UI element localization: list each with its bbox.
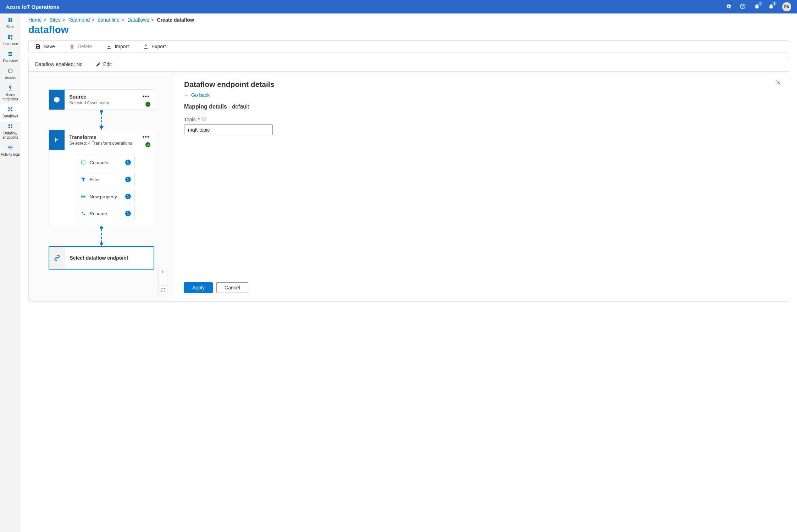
canvas: Source Selected Asset: oven ••• Transfor…	[29, 72, 174, 301]
zoom-out-button[interactable]: −	[159, 276, 167, 286]
gear-icon[interactable]	[725, 3, 732, 11]
source-node[interactable]: Source Selected Asset: oven •••	[49, 89, 154, 110]
sidebar-item-label: Asset endpoints	[1, 93, 20, 101]
delete-button: Delete	[69, 44, 92, 49]
node-title: Source	[70, 94, 149, 100]
mapping-details: Mapping details - default	[184, 104, 779, 110]
check-icon	[145, 142, 150, 147]
apply-button[interactable]: Apply	[184, 282, 213, 293]
cancel-button[interactable]: Cancel	[216, 282, 248, 293]
transform-new-property[interactable]: New property1	[77, 190, 135, 203]
transforms-node[interactable]: Transforms Selected: 4 Transform operati…	[49, 130, 154, 150]
sidebar-item-label: Sites	[6, 25, 14, 29]
detail-heading: Dataflow endpoint details	[184, 80, 779, 89]
detail-panel: Dataflow endpoint details ←Go back Mappi…	[174, 72, 789, 301]
sidebar-item-activity-logs[interactable]: Activity logs	[0, 143, 21, 160]
sidebar-item-label: Dataflows	[2, 114, 18, 118]
assets-icon	[7, 68, 13, 75]
avatar[interactable]: PA	[782, 2, 791, 11]
topbar: Azure IoT Operations 1 1 PA	[0, 0, 797, 13]
notification-badge: 1	[758, 1, 763, 6]
count-badge: 1	[125, 160, 131, 165]
breadcrumb-home[interactable]: Home	[28, 17, 41, 23]
export-button[interactable]: Export	[143, 44, 166, 49]
sidebar-item-dataflows[interactable]: Dataflows	[0, 104, 21, 121]
transform-rename[interactable]: Rename1	[77, 207, 135, 220]
dataflow-endpoints-icon	[7, 123, 13, 130]
zoom-in-button[interactable]: +	[159, 267, 167, 276]
count-badge: 1	[125, 194, 131, 199]
cube-icon	[49, 90, 65, 110]
overview-icon	[7, 51, 13, 58]
edit-button[interactable]: Edit	[96, 61, 112, 67]
transforms-list: Compute1 Filter1 New property1 Rename1	[49, 150, 154, 226]
node-subtitle: Selected: 4 Transform operations	[70, 141, 149, 146]
zoom-controls: + − ⛶	[158, 267, 167, 295]
asset-endpoints-icon	[7, 85, 13, 92]
help-icon[interactable]	[740, 3, 746, 11]
sidebar-item-asset-endpoints[interactable]: Asset endpoints	[0, 83, 21, 104]
count-badge: 1	[125, 177, 131, 182]
transform-filter[interactable]: Filter1	[77, 173, 135, 186]
link-icon	[49, 247, 65, 269]
sidebar: Sites Instances Overview Assets Asset en…	[0, 13, 21, 532]
flow-arrow	[99, 226, 104, 246]
count-badge: 1	[125, 211, 131, 216]
topic-input[interactable]	[184, 124, 273, 135]
sidebar-item-label: Dataflow endpoints	[1, 131, 20, 140]
sidebar-item-assets[interactable]: Assets	[0, 66, 21, 83]
transforms-icon	[49, 130, 65, 150]
dataflow-enabled-label: Dataflow enabled: No	[35, 61, 83, 67]
more-icon[interactable]: •••	[143, 134, 150, 140]
commandbar: Save Delete Import Export	[28, 40, 789, 52]
go-back-link[interactable]: ←Go back	[184, 92, 779, 98]
node-title: Transforms	[70, 134, 149, 140]
info-icon[interactable]	[202, 116, 207, 122]
breadcrumb-link[interactable]: Redmond	[68, 17, 90, 23]
flow-arrow	[99, 110, 104, 130]
page-title: dataflow	[28, 24, 789, 35]
breadcrumb-current: Create dataflow	[157, 17, 194, 23]
transform-compute[interactable]: Compute1	[77, 156, 135, 169]
sidebar-item-sites[interactable]: Sites	[0, 15, 21, 32]
notification-badge: 1	[772, 1, 777, 6]
bell-icon-1[interactable]: 1	[754, 3, 760, 11]
statusbar: Dataflow enabled: No Edit	[28, 57, 789, 71]
sidebar-item-label: Overview	[3, 59, 18, 63]
breadcrumb-link[interactable]: Sites	[49, 17, 60, 23]
select-endpoint-label: Select dataflow endpoint	[65, 247, 154, 269]
close-icon[interactable]	[775, 79, 781, 86]
sidebar-item-overview[interactable]: Overview	[0, 49, 21, 66]
dataflows-icon	[7, 106, 13, 113]
node-subtitle: Selected Asset: oven	[70, 100, 149, 105]
topic-label: Topic*	[184, 116, 779, 122]
breadcrumb-link[interactable]: Dataflows	[127, 17, 149, 23]
more-icon[interactable]: •••	[143, 93, 150, 100]
app-title: Azure IoT Operations	[6, 4, 60, 10]
breadcrumb-link[interactable]: donut-line	[98, 17, 120, 23]
breadcrumb: Home> Sites> Redmond> donut-line> Datafl…	[28, 17, 789, 23]
save-button[interactable]: Save	[35, 44, 55, 49]
sidebar-item-instances[interactable]: Instances	[0, 32, 21, 49]
sidebar-item-dataflow-endpoints[interactable]: Dataflow endpoints	[0, 121, 21, 143]
zoom-fit-button[interactable]: ⛶	[159, 286, 167, 295]
activity-logs-icon	[7, 145, 13, 151]
instances-icon	[7, 34, 13, 41]
import-button[interactable]: Import	[106, 44, 129, 49]
sites-icon	[7, 17, 13, 24]
bell-icon-2[interactable]: 1	[768, 3, 774, 11]
check-icon	[145, 102, 150, 107]
sidebar-item-label: Activity logs	[1, 153, 20, 157]
sidebar-item-label: Assets	[5, 76, 16, 80]
select-endpoint-node[interactable]: Select dataflow endpoint	[49, 246, 154, 270]
sidebar-item-label: Instances	[3, 42, 18, 46]
